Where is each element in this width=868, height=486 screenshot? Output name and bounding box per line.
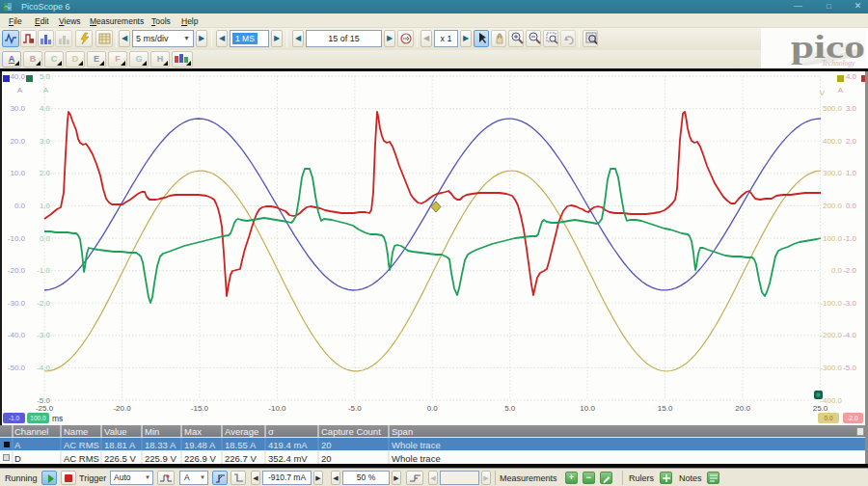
svg-text:4.0: 4.0 xyxy=(846,72,857,81)
svg-text:5.0: 5.0 xyxy=(40,72,51,81)
svg-text:0.0: 0.0 xyxy=(831,266,843,275)
svg-text:-200.0: -200.0 xyxy=(820,331,842,339)
svg-text:10.0: 10.0 xyxy=(10,169,25,177)
svg-text:-3.0: -3.0 xyxy=(843,299,856,308)
svg-text:4.0: 4.0 xyxy=(40,104,51,113)
svg-text:-20.0: -20.0 xyxy=(8,266,26,275)
svg-text:A: A xyxy=(17,86,23,94)
svg-text:-40.0: -40.0 xyxy=(8,331,26,339)
svg-text:-10.0: -10.0 xyxy=(8,234,26,243)
svg-text:400.0: 400.0 xyxy=(823,137,843,146)
svg-text:-30.0: -30.0 xyxy=(8,299,26,308)
svg-text:100.0: 100.0 xyxy=(823,234,843,243)
svg-text:0.0: 0.0 xyxy=(40,234,51,243)
svg-text:Technology: Technology xyxy=(822,59,855,68)
svg-text:0.0: 0.0 xyxy=(824,415,832,421)
svg-text:300.0: 300.0 xyxy=(823,169,843,177)
svg-text:1.0: 1.0 xyxy=(40,202,51,210)
svg-text:200.0: 200.0 xyxy=(823,202,843,210)
svg-text:-1.0: -1.0 xyxy=(37,266,50,275)
svg-text:25.0: 25.0 xyxy=(813,404,828,413)
svg-text:V: V xyxy=(820,89,826,97)
svg-text:-300.0: -300.0 xyxy=(820,364,842,372)
svg-text:ms: ms xyxy=(52,414,63,423)
svg-text:100.0: 100.0 xyxy=(30,415,46,421)
svg-text:2.0: 2.0 xyxy=(846,137,857,146)
svg-text:-20.0: -20.0 xyxy=(113,404,131,413)
svg-text:A: A xyxy=(838,86,844,94)
svg-text:-1.0: -1.0 xyxy=(843,234,856,243)
svg-text:A: A xyxy=(43,86,49,94)
svg-text:-15.0: -15.0 xyxy=(191,404,209,413)
svg-text:15.0: 15.0 xyxy=(658,404,673,413)
svg-text:20.0: 20.0 xyxy=(10,137,25,146)
svg-text:-100.0: -100.0 xyxy=(820,299,842,308)
svg-text:-5.0: -5.0 xyxy=(843,364,856,372)
svg-text:-3.0: -3.0 xyxy=(37,331,50,339)
svg-text:0.0: 0.0 xyxy=(427,404,439,413)
svg-text:-2.0: -2.0 xyxy=(843,266,856,275)
svg-text:-4.0: -4.0 xyxy=(843,331,856,339)
svg-text:-5.0: -5.0 xyxy=(348,404,362,413)
svg-text:3.0: 3.0 xyxy=(846,104,857,113)
svg-text:0.0: 0.0 xyxy=(14,202,26,210)
svg-text:-10.0: -10.0 xyxy=(268,404,286,413)
svg-text:-1.0: -1.0 xyxy=(9,415,20,421)
svg-text:40.0: 40.0 xyxy=(10,72,25,81)
svg-text:-2.0: -2.0 xyxy=(37,299,50,308)
svg-text:20.0: 20.0 xyxy=(735,404,750,413)
svg-text:-25.0: -25.0 xyxy=(36,404,54,413)
svg-text:0.0: 0.0 xyxy=(846,202,857,210)
svg-text:3.0: 3.0 xyxy=(40,137,51,146)
svg-text:1.0: 1.0 xyxy=(846,169,857,177)
svg-text:10.0: 10.0 xyxy=(580,404,595,413)
svg-text:30.0: 30.0 xyxy=(10,104,25,113)
svg-text:-2.0: -2.0 xyxy=(847,415,858,421)
svg-text:-50.0: -50.0 xyxy=(8,364,26,372)
svg-text:500.0: 500.0 xyxy=(823,104,843,113)
svg-text:5.0: 5.0 xyxy=(504,404,516,413)
svg-text:2.0: 2.0 xyxy=(40,169,51,177)
